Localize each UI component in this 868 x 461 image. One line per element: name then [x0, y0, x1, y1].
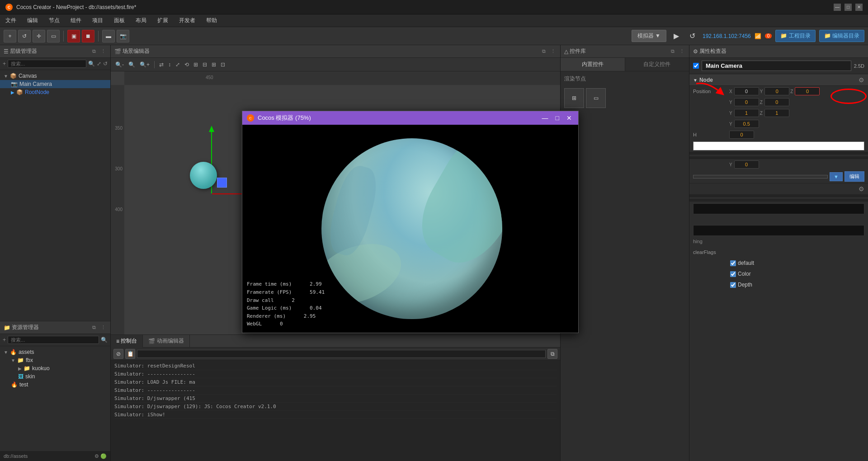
scene-copy-btn[interactable]: ⧉ — [540, 48, 547, 55]
dropdown-btn[interactable]: ▼ — [830, 172, 843, 181]
move-tool-button[interactable]: ✛ — [33, 30, 45, 42]
tool1[interactable]: ⇄ — [157, 61, 165, 69]
h-input[interactable] — [729, 131, 754, 139]
main-camera-name-input[interactable] — [702, 61, 851, 71]
asset-lib-more-btn[interactable]: ⋮ — [678, 48, 685, 55]
screen-button[interactable]: ▬ — [102, 30, 115, 42]
play-button[interactable]: ▶ — [670, 30, 683, 42]
tab-animation[interactable]: 🎬 动画编辑器 — [143, 335, 189, 348]
project-dir-button[interactable]: 📁 工程目录 — [775, 30, 815, 42]
assets-label: assets — [19, 349, 34, 355]
control-item-2[interactable]: ▭ — [586, 88, 606, 108]
asset-item-assets[interactable]: ▼ 🔥 assets — [0, 348, 110, 356]
row-y2-input[interactable] — [734, 160, 759, 169]
menu-item-节点[interactable]: 节点 — [47, 16, 61, 25]
record-button[interactable]: ▣ — [67, 30, 80, 42]
tree-item-canvas[interactable]: ▼ 📦 Canvas — [0, 72, 110, 80]
tool7[interactable]: ⊞ — [210, 61, 218, 69]
console-toggle-btn[interactable]: ⧉ — [547, 349, 557, 359]
stop-record-button[interactable]: ⏹ — [82, 30, 94, 42]
asset-item-skin[interactable]: 🖼 skin — [0, 372, 110, 381]
menu-item-文件[interactable]: 文件 — [4, 16, 18, 25]
clearflags-row: clearFlags — [689, 247, 868, 258]
asset-item-kuokuo[interactable]: ▶ 📁 kuokuo — [0, 364, 110, 372]
row3-z-input[interactable] — [764, 109, 789, 117]
camera-button[interactable]: 📷 — [117, 30, 129, 42]
menu-item-面板[interactable]: 面板 — [112, 16, 127, 25]
zoom-fit-btn[interactable]: 🔍 — [127, 61, 137, 69]
scene-selected-box[interactable] — [217, 178, 227, 188]
main-camera-checkbox[interactable] — [693, 63, 699, 69]
section-gear-btn[interactable]: ⚙ — [859, 185, 864, 193]
tab-builtin-controls[interactable]: 内置控件 — [561, 58, 625, 71]
menu-item-组件[interactable]: 组件 — [69, 16, 83, 25]
simulator-maximize-btn[interactable]: □ — [554, 114, 561, 122]
tool5[interactable]: ⊞ — [192, 61, 200, 69]
console-filter-input[interactable] — [137, 350, 546, 358]
color-input[interactable] — [693, 141, 864, 151]
node-gear-btn[interactable]: ⚙ — [859, 76, 864, 84]
menu-item-扩展[interactable]: 扩展 — [156, 16, 170, 25]
create-button[interactable]: + — [4, 30, 16, 42]
row2-z-input[interactable] — [764, 98, 789, 106]
row2-y-input[interactable] — [734, 98, 759, 106]
menu-item-帮助[interactable]: 帮助 — [204, 16, 219, 25]
asset-more-btn[interactable]: ⋮ — [99, 324, 107, 331]
color-checkbox[interactable] — [730, 271, 736, 277]
tree-item-root-node[interactable]: ▶ 📦 RootNode — [0, 88, 110, 96]
hierarchy-more-btn[interactable]: ⋮ — [99, 48, 107, 55]
editor-dir-button[interactable]: 📁 编辑器目录 — [819, 30, 864, 42]
hierarchy-copy-btn[interactable]: ⧉ — [90, 48, 98, 55]
edit-button[interactable]: 编辑 — [844, 171, 864, 182]
hierarchy-expand-btn[interactable]: ⤢ — [97, 61, 101, 67]
hierarchy-add-btn[interactable]: + — [3, 61, 6, 67]
pause-button[interactable]: ↺ — [686, 30, 699, 42]
asset-search-input[interactable] — [8, 336, 99, 344]
menu-item-布局[interactable]: 布局 — [134, 16, 148, 25]
hierarchy-refresh-btn[interactable]: ↺ — [103, 61, 108, 67]
simulator-close-btn[interactable]: ✕ — [565, 114, 574, 122]
menu-item-开发者[interactable]: 开发者 — [177, 16, 197, 25]
position-y-input[interactable] — [764, 87, 789, 95]
simulator-minimize-btn[interactable]: — — [540, 114, 550, 122]
menu-item-编辑[interactable]: 编辑 — [25, 16, 40, 25]
simulator-button[interactable]: 模拟器 ▼ — [632, 30, 666, 42]
tool3[interactable]: ⤢ — [174, 61, 182, 69]
node-section-header: ▼ Node ⚙ — [689, 74, 868, 86]
zoom-in-btn[interactable]: 🔍+ — [138, 61, 151, 69]
tool6[interactable]: ⊟ — [201, 61, 209, 69]
console-clear-btn[interactable]: ⊘ — [113, 349, 123, 359]
maximize-button[interactable]: □ — [844, 4, 852, 11]
row4-y-input[interactable] — [734, 120, 759, 128]
tree-item-main-camera[interactable]: 📷 Main Camera — [0, 80, 110, 88]
asset-item-fbx[interactable]: ▼ 📁 fbx — [0, 356, 110, 364]
asset-item-test[interactable]: 🔥 test — [0, 381, 110, 389]
hierarchy-search-icon[interactable]: 🔍 — [88, 61, 95, 67]
tool8[interactable]: ⊡ — [219, 61, 227, 69]
position-x-input[interactable] — [734, 87, 759, 95]
zoom-out-btn[interactable]: 🔍- — [113, 61, 126, 69]
refresh-button[interactable]: ↺ — [18, 30, 31, 42]
asset-copy-btn[interactable]: ⧉ — [90, 324, 98, 331]
tab-console[interactable]: ≡ 控制台 — [111, 335, 143, 348]
asset-lib-copy-btn[interactable]: ⧉ — [669, 48, 676, 55]
minimize-button[interactable]: — — [834, 4, 841, 11]
row3-y-input[interactable] — [734, 109, 759, 117]
asset-search-icon[interactable]: 🔍 — [101, 337, 108, 343]
scene-more-btn[interactable]: ⋮ — [549, 48, 557, 55]
toolbar-center: 模拟器 ▼ ▶ ↺ 192.168.1.102:7456 📶 0 📁 工程目录 … — [632, 30, 864, 42]
default-checkbox[interactable] — [730, 260, 736, 266]
tool2[interactable]: ↕ — [166, 61, 173, 69]
row-y2-y-label: Y — [729, 162, 732, 167]
tab-custom-controls[interactable]: 自定义控件 — [625, 58, 689, 71]
rect-tool-button[interactable]: ▭ — [47, 30, 60, 42]
console-copy-btn[interactable]: 📋 — [125, 349, 135, 359]
asset-add-btn[interactable]: + — [3, 337, 6, 343]
depth-checkbox[interactable] — [730, 282, 736, 288]
menu-item-项目[interactable]: 项目 — [90, 16, 105, 25]
control-item-1[interactable]: ⊞ — [564, 88, 584, 108]
close-button[interactable]: ✕ — [855, 4, 863, 11]
tool4[interactable]: ⟲ — [183, 61, 191, 69]
hierarchy-search-input[interactable] — [8, 60, 86, 68]
position-z-input[interactable] — [795, 87, 820, 95]
